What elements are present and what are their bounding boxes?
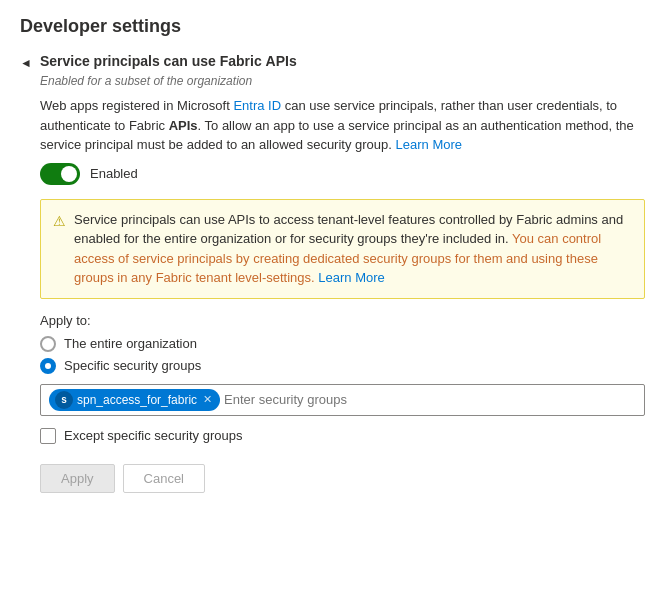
apply-button[interactable]: Apply [40,464,115,493]
radio-entire-org-label: The entire organization [64,336,197,351]
toggle-row: Enabled [40,163,645,185]
section-title: Service principals can use Fabric APIs [40,53,297,69]
section-subtitle: Enabled for a subset of the organization [40,74,645,88]
entra-id-link[interactable]: Entra ID [233,98,281,113]
radio-group: The entire organization Specific securit… [40,336,645,374]
except-checkbox-row[interactable]: Except specific security groups [40,428,645,444]
tag-label: spn_access_for_fabric [77,393,197,407]
tag-avatar: s [55,391,73,409]
section-container: ◄ Service principals can use Fabric APIs… [20,53,645,493]
radio-entire-org[interactable]: The entire organization [40,336,645,352]
info-box-text: Service principals can use APIs to acces… [74,210,632,288]
page-title: Developer settings [20,16,645,37]
learn-more-link-1[interactable]: Learn More [396,137,462,152]
except-checkbox[interactable] [40,428,56,444]
info-box: ⚠ Service principals can use APIs to acc… [40,199,645,299]
toggle-label: Enabled [90,166,138,181]
radio-specific-groups[interactable]: Specific security groups [40,358,645,374]
radio-specific-groups-circle[interactable] [40,358,56,374]
security-group-input[interactable]: s spn_access_for_fabric ✕ [40,384,645,416]
button-row: Apply Cancel [40,464,645,493]
collapse-icon[interactable]: ◄ [20,56,32,70]
section-description: Web apps registered in Microsoft Entra I… [40,96,645,155]
group-search-input[interactable] [224,392,636,407]
learn-more-link-2[interactable]: Learn More [318,270,384,285]
except-checkbox-label: Except specific security groups [64,428,242,443]
tag-close-icon[interactable]: ✕ [203,393,212,406]
radio-specific-groups-label: Specific security groups [64,358,201,373]
apply-to-label: Apply to: [40,313,645,328]
cancel-button[interactable]: Cancel [123,464,205,493]
radio-entire-org-circle[interactable] [40,336,56,352]
warning-icon: ⚠ [53,211,66,288]
enabled-toggle[interactable] [40,163,80,185]
tag-spn-access[interactable]: s spn_access_for_fabric ✕ [49,389,220,411]
